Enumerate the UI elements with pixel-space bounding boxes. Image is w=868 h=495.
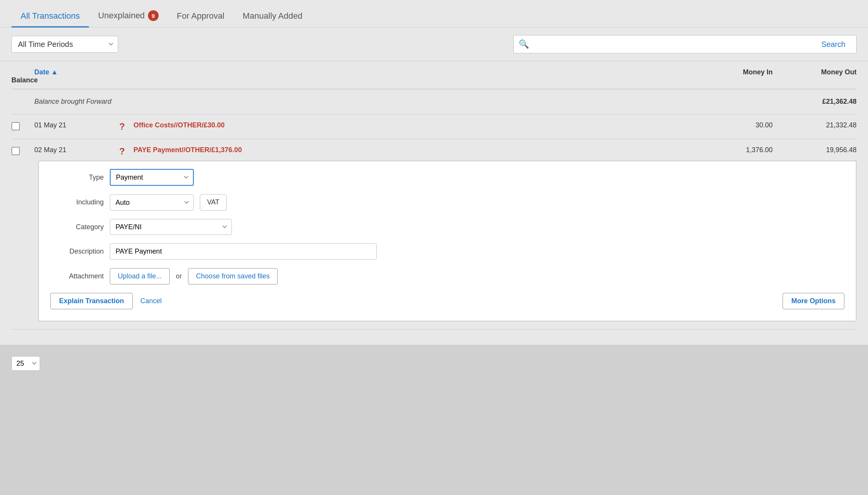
row2-name[interactable]: PAYE Payment//OTHER/£1,376.00 (133, 146, 612, 154)
tab-manually-added-label: Manually Added (243, 11, 302, 21)
period-select[interactable]: All Time Periods (11, 36, 118, 53)
including-select[interactable]: Auto VAT No VAT (110, 194, 194, 211)
row1-balance: 21,332.48 (773, 121, 857, 129)
actions-row: Explain Transaction Cancel More Options (50, 293, 844, 309)
per-page-select[interactable]: 25 10 50 100 (11, 356, 40, 371)
tab-manually-added[interactable]: Manually Added (233, 6, 312, 27)
balance-forward-row: Balance brought Forward £21,362.48 (11, 89, 857, 114)
tab-for-approval-label: For Approval (177, 11, 225, 21)
type-label: Type (50, 174, 104, 182)
row2-date: 02 May 21 (34, 146, 111, 154)
tabs-bar: All Transactions Unexplained 9 For Appro… (0, 0, 868, 27)
including-label: Including (50, 198, 104, 206)
cancel-button[interactable]: Cancel (140, 297, 162, 305)
description-label: Description (50, 248, 104, 256)
type-row: Type Payment Receipt Transfer (50, 169, 844, 186)
actions-left: Explain Transaction Cancel (50, 293, 162, 309)
attachment-row: Attachment Upload a file... or Choose fr… (50, 268, 844, 284)
vat-button[interactable]: VAT (200, 194, 227, 211)
table-header: Date ▲ Money In Money Out Balance (11, 61, 857, 89)
tab-all-transactions-label: All Transactions (21, 11, 80, 21)
description-input[interactable] (110, 243, 377, 260)
type-select[interactable]: Payment Receipt Transfer (110, 169, 194, 186)
category-label: Category (50, 223, 104, 231)
explain-transaction-button[interactable]: Explain Transaction (50, 293, 133, 309)
tab-all-transactions[interactable]: All Transactions (11, 6, 89, 27)
balance-forward-label: Balance brought Forward (34, 98, 689, 106)
upload-file-button[interactable]: Upload a file... (110, 268, 170, 284)
table-container: Date ▲ Money In Money Out Balance Balanc… (11, 61, 857, 329)
row1-question[interactable]: ? (111, 121, 133, 132)
search-button[interactable]: Search (811, 35, 857, 53)
balance-forward-amount: £21,362.48 (773, 98, 857, 106)
attachment-label: Attachment (50, 272, 104, 280)
tab-for-approval[interactable]: For Approval (168, 6, 234, 27)
app-container: All Transactions Unexplained 9 For Appro… (0, 0, 868, 495)
search-icon: 🔍 (519, 39, 529, 49)
row1-date: 01 May 21 (34, 121, 111, 129)
tab-unexplained[interactable]: Unexplained 9 (89, 5, 167, 27)
expand-form: Type Payment Receipt Transfer Including … (38, 161, 857, 321)
col-balance: Balance (11, 76, 34, 84)
row1-checkbox[interactable] (11, 122, 20, 130)
choose-saved-files-button[interactable]: Choose from saved files (188, 268, 278, 284)
category-row: Category PAYE/NI Office Costs Other (50, 219, 844, 235)
or-text: or (176, 272, 182, 280)
row2-question[interactable]: ? (111, 146, 133, 157)
col-money-out: Money Out (773, 68, 857, 76)
col-money-in: Money In (689, 68, 773, 76)
toolbar: All Time Periods 🔍 Search (0, 27, 868, 61)
including-row: Including Auto VAT No VAT VAT (50, 194, 844, 211)
description-row: Description (50, 243, 844, 260)
footer: 25 10 50 100 (0, 345, 868, 382)
checkbox-cell-2 (11, 146, 34, 155)
col-date[interactable]: Date ▲ (34, 68, 111, 76)
row2-balance: 19,956.48 (773, 146, 857, 154)
row1-name[interactable]: Office Costs//OTHER/£30.00 (133, 121, 612, 129)
search-input-wrap: 🔍 (513, 35, 811, 53)
row1-money-out: 30.00 (689, 121, 773, 129)
row2-question-mark[interactable]: ? (119, 146, 125, 157)
main-content: Date ▲ Money In Money Out Balance Balanc… (0, 61, 868, 345)
unexplained-badge: 9 (148, 10, 159, 21)
tab-unexplained-label: Unexplained (98, 11, 145, 21)
transaction-row-expanded: 02 May 21 ? PAYE Payment//OTHER/£1,376.0… (11, 139, 857, 329)
search-input[interactable] (513, 35, 811, 53)
row1-question-mark[interactable]: ? (119, 121, 125, 132)
row2-checkbox[interactable] (11, 147, 20, 155)
category-select[interactable]: PAYE/NI Office Costs Other (110, 219, 232, 235)
more-options-button[interactable]: More Options (783, 293, 844, 309)
checkbox-cell-1 (11, 121, 34, 130)
search-area: 🔍 Search (513, 35, 857, 53)
row2-money-out: 1,376.00 (689, 146, 773, 154)
transaction-row: 01 May 21 ? Office Costs//OTHER/£30.00 3… (11, 114, 857, 139)
